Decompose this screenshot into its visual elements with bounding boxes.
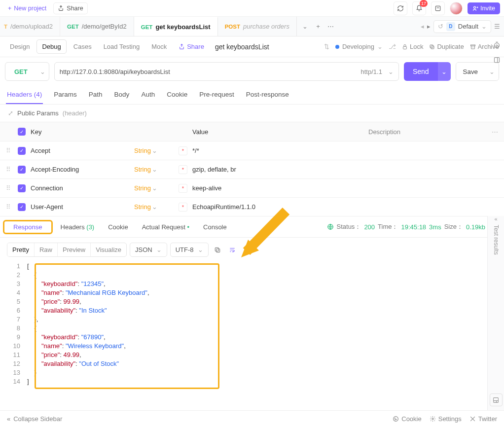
save-response-button[interactable] [241, 244, 253, 256]
header-key[interactable]: User-Agent [31, 203, 129, 211]
status-code: 200 [364, 223, 375, 231]
copy-response-button[interactable] [212, 244, 223, 256]
tab-more[interactable]: ⋯ [325, 21, 336, 32]
checkbox-all[interactable]: ✓ [18, 128, 26, 136]
required-star[interactable]: * [179, 146, 187, 155]
header-value[interactable]: keep-alive [192, 184, 370, 192]
header-value[interactable]: */* [192, 147, 370, 154]
collapse-sidebar-button[interactable]: « Collapse Sidebar [7, 415, 62, 423]
resptab-console[interactable]: Console [197, 220, 233, 234]
header-value[interactable]: EchoapiRuntime/1.1.0 [192, 203, 370, 211]
resptab-response[interactable]: Response [7, 220, 48, 234]
settings-button[interactable]: Settings [430, 415, 462, 423]
share-button[interactable]: Share [53, 2, 87, 14]
header-key[interactable]: Accept [31, 147, 129, 154]
code-line: 5 "price": 99.99, [0, 297, 504, 306]
reqtab-body[interactable]: Body [113, 91, 131, 104]
resptab-cookie[interactable]: Cookie [102, 220, 134, 234]
header-type[interactable]: String ⌄ [134, 166, 174, 173]
required-star[interactable]: * [179, 203, 187, 212]
col-menu[interactable]: ⋯ [492, 128, 498, 136]
sync-button[interactable] [394, 1, 407, 15]
layout-toggle[interactable] [490, 393, 503, 406]
reqtab-prerequest[interactable]: Pre-request [198, 91, 235, 104]
subtab-cases[interactable]: Cases [69, 40, 97, 53]
workspace-selector[interactable]: ↺ D Default ⌄ [433, 20, 491, 33]
svg-rect-12 [246, 250, 248, 252]
refresh-icon [397, 5, 404, 12]
chevron-left-icon[interactable]: « [494, 216, 497, 222]
save-button[interactable]: Save [456, 63, 485, 80]
test-results-tab[interactable]: Test results [493, 225, 500, 255]
sort-icon[interactable]: ⇅ [324, 43, 329, 50]
branch-icon[interactable]: ⎇ [389, 43, 396, 50]
timer-icon[interactable] [491, 39, 502, 50]
duplicate-button[interactable]: Duplicate [429, 43, 464, 50]
avatar[interactable] [450, 2, 463, 15]
viewmode-pretty[interactable]: Pretty [7, 243, 35, 256]
reqtab-auth[interactable]: Auth [140, 91, 156, 104]
subtab-debug[interactable]: Debug [36, 39, 66, 54]
content-type-select[interactable]: JSON ⌄ [130, 243, 167, 257]
twitter-button[interactable]: Twitter [469, 415, 497, 423]
url-input[interactable]: http://127.0.0.1:8080/api/keyboardsList … [54, 62, 399, 81]
drag-handle[interactable]: ⠿ [6, 147, 13, 154]
send-button[interactable]: Send [404, 62, 438, 81]
cookie-button[interactable]: Cookie [393, 415, 421, 423]
subtab-design[interactable]: Design [5, 40, 35, 53]
panel-icon[interactable] [491, 54, 502, 65]
state-selector[interactable]: Developing ⌄ [335, 43, 383, 50]
viewmode-preview[interactable]: Preview [58, 243, 91, 256]
resptab-headers[interactable]: Headers (3) [55, 220, 101, 234]
drag-handle[interactable]: ⠿ [6, 166, 13, 173]
encoding-select[interactable]: UTF-8 ⌄ [170, 243, 209, 257]
new-project-button[interactable]: + New project [4, 3, 50, 14]
notifications-button[interactable]: 17 [412, 1, 426, 15]
api-tab-getbyid2[interactable]: GET /demo/getById2 [60, 17, 134, 36]
reqtab-cookie[interactable]: Cookie [166, 91, 188, 104]
tab-prev[interactable]: ◂ [421, 23, 424, 30]
reqtab-postresponse[interactable]: Post-response [245, 91, 290, 104]
viewmode-visualize[interactable]: Visualize [91, 243, 126, 256]
row-checkbox[interactable]: ✓ [18, 147, 26, 155]
lock-button[interactable]: Lock [402, 43, 423, 50]
drag-handle[interactable]: ⠿ [6, 203, 13, 211]
news-button[interactable] [431, 1, 445, 15]
header-key[interactable]: Connection [31, 184, 129, 192]
subtab-loadtesting[interactable]: Load Testing [99, 40, 145, 53]
api-tab-purchaseorders[interactable]: POST purchase orders [218, 17, 297, 36]
required-star[interactable]: * [179, 184, 187, 193]
response-body-viewer[interactable]: 1[2 {3 "keyboardId": "12345",4 "name": "… [0, 262, 504, 410]
tab-dropdown[interactable]: ⌄ [300, 21, 311, 32]
row-checkbox[interactable]: ✓ [18, 166, 26, 174]
row-checkbox[interactable]: ✓ [18, 203, 26, 211]
api-tab-upload2[interactable]: T /demo/upload2 [2, 17, 60, 36]
new-project-label: New project [14, 5, 46, 12]
reqtab-headers[interactable]: Headers (4) [6, 91, 43, 104]
reqtab-path[interactable]: Path [88, 91, 104, 104]
api-tab-keyboardslist[interactable]: GET get keyboardsList [134, 17, 218, 36]
header-value[interactable]: gzip, deflate, br [192, 166, 370, 173]
invite-button[interactable]: Invite [468, 2, 500, 14]
header-type[interactable]: String ⌄ [134, 184, 174, 192]
expand-icon[interactable]: ⤢ [8, 109, 13, 117]
send-dropdown[interactable]: ⌄ [438, 62, 451, 81]
wrap-button[interactable] [226, 244, 238, 256]
subtab-mock[interactable]: Mock [146, 40, 172, 53]
header-type[interactable]: String ⌄ [134, 147, 174, 154]
header-type[interactable]: String ⌄ [134, 203, 174, 211]
tab-next[interactable]: ▸ [427, 23, 431, 30]
row-checkbox[interactable]: ✓ [18, 184, 26, 192]
resptab-actual[interactable]: Actual Request • [136, 220, 195, 234]
settings-label: Settings [438, 415, 462, 423]
menu-button[interactable]: ☰ [494, 23, 500, 30]
reqtab-params[interactable]: Params [53, 91, 78, 104]
viewmode-raw[interactable]: Raw [35, 243, 58, 256]
header-key[interactable]: Accept-Encoding [31, 166, 129, 173]
share-api-button[interactable]: Share [174, 40, 209, 53]
tab-add[interactable]: + [313, 21, 324, 32]
drag-handle[interactable]: ⠿ [6, 184, 13, 192]
method-select[interactable]: GET ⌄ [5, 62, 49, 81]
save-dropdown[interactable]: ⌄ [485, 63, 499, 80]
required-star[interactable]: * [179, 165, 187, 174]
